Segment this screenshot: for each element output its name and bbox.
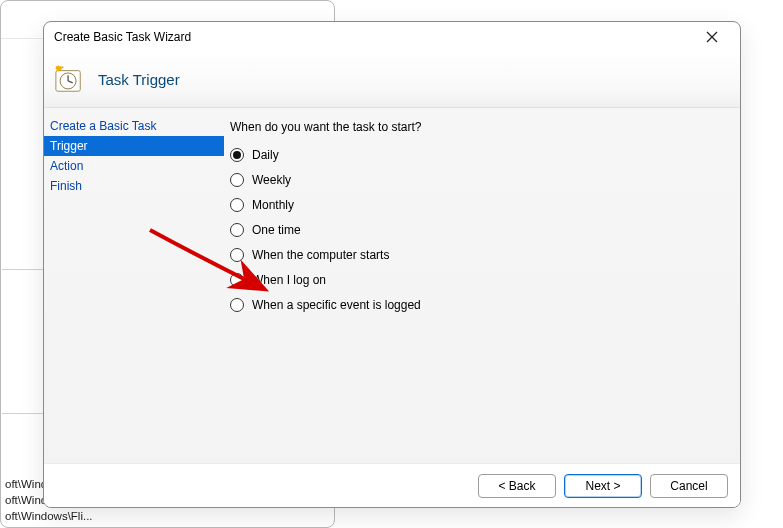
- option-weekly[interactable]: Weekly: [230, 173, 726, 187]
- option-daily[interactable]: Daily: [230, 148, 726, 162]
- option-monthly[interactable]: Monthly: [230, 198, 726, 212]
- close-button[interactable]: [694, 23, 730, 51]
- option-specific-event[interactable]: When a specific event is logged: [230, 298, 726, 312]
- option-label: Daily: [252, 148, 279, 162]
- option-label: Weekly: [252, 173, 291, 187]
- radio-icon: [230, 198, 244, 212]
- close-icon: [706, 31, 718, 43]
- next-button[interactable]: Next >: [564, 474, 642, 498]
- clock-task-icon: [54, 65, 84, 95]
- dialog-title: Create Basic Task Wizard: [54, 30, 191, 44]
- option-label: When the computer starts: [252, 248, 389, 262]
- radio-icon: [230, 298, 244, 312]
- wizard-dialog: Create Basic Task Wizard Task Trigger Cr…: [43, 21, 741, 508]
- step-trigger[interactable]: Trigger: [44, 136, 224, 156]
- option-label: When a specific event is logged: [252, 298, 421, 312]
- dialog-button-bar: < Back Next > Cancel: [44, 463, 740, 507]
- option-label: When I log on: [252, 273, 326, 287]
- dialog-titlebar: Create Basic Task Wizard: [44, 22, 740, 52]
- option-label: Monthly: [252, 198, 294, 212]
- dialog-heading: Task Trigger: [98, 71, 180, 88]
- dialog-header: Task Trigger: [44, 52, 740, 108]
- wizard-steps: Create a Basic Task Trigger Action Finis…: [44, 108, 224, 463]
- trigger-options: Daily Weekly Monthly One time When the c…: [230, 148, 726, 312]
- radio-icon: [230, 248, 244, 262]
- radio-icon: [230, 273, 244, 287]
- option-computer-starts[interactable]: When the computer starts: [230, 248, 726, 262]
- option-one-time[interactable]: One time: [230, 223, 726, 237]
- option-log-on[interactable]: When I log on: [230, 273, 726, 287]
- option-label: One time: [252, 223, 301, 237]
- cancel-button[interactable]: Cancel: [650, 474, 728, 498]
- wizard-content: When do you want the task to start? Dail…: [224, 108, 740, 463]
- step-action[interactable]: Action: [44, 156, 224, 176]
- step-create-basic-task[interactable]: Create a Basic Task: [44, 116, 224, 136]
- back-button[interactable]: < Back: [478, 474, 556, 498]
- radio-icon: [230, 223, 244, 237]
- trigger-question: When do you want the task to start?: [230, 120, 726, 134]
- list-item: oft\Windows\Fli...: [5, 508, 330, 524]
- radio-icon: [230, 148, 244, 162]
- radio-icon: [230, 173, 244, 187]
- dialog-body: Create a Basic Task Trigger Action Finis…: [44, 108, 740, 463]
- step-finish[interactable]: Finish: [44, 176, 224, 196]
